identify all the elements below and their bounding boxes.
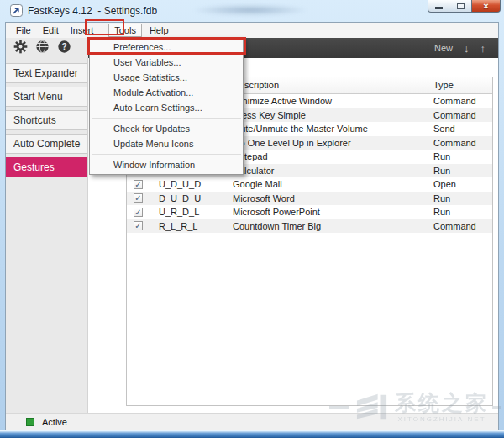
gesture-type: Run xyxy=(433,205,450,219)
gesture-type: Run xyxy=(433,150,450,164)
sidebar-item-auto-complete[interactable]: Auto Complete xyxy=(6,134,87,154)
gesture-type: Command xyxy=(433,108,476,123)
quick-toolbar: ? xyxy=(6,38,88,58)
table-row[interactable]: R_L_R_L Countdown Timer Big Command xyxy=(127,219,492,234)
gesture-pattern: U_R_D_L xyxy=(159,205,230,219)
watermark-subtitle: XITONGZHIJIA.NET xyxy=(397,415,486,423)
sidebar-item-start-menu[interactable]: Start Menu xyxy=(6,87,87,107)
move-up-icon[interactable]: ↑ xyxy=(480,42,486,55)
watermark-title: 系统之家 xyxy=(395,392,489,414)
sidebar: Text Expander Start Menu Shortcuts Auto … xyxy=(6,58,88,413)
minimize-button[interactable] xyxy=(428,0,449,13)
help-icon[interactable]: ? xyxy=(57,40,71,57)
taskbar-edge[interactable] xyxy=(0,430,504,438)
maximize-icon xyxy=(457,3,465,9)
gesture-description: Calculator xyxy=(233,164,489,178)
watermark: 系统之家 XITONGZHIJIA.NET xyxy=(329,391,501,423)
menu-item-update-menu-icons[interactable]: Update Menu Icons xyxy=(90,136,243,151)
new-button[interactable]: New xyxy=(434,43,453,53)
gear-icon[interactable] xyxy=(13,40,28,57)
svg-text:?: ? xyxy=(61,42,66,51)
menu-file[interactable]: File xyxy=(10,24,37,36)
menu-separator xyxy=(92,118,241,119)
sidebar-item-gestures[interactable]: Gestures xyxy=(6,157,87,177)
window-title: FastKeys 4.12 - Settings.fdb xyxy=(28,5,157,17)
table-row[interactable]: D_U_D_U Microsoft Word Run xyxy=(127,192,492,206)
annotation-box-preferences xyxy=(87,37,246,55)
minimize-icon xyxy=(435,7,443,9)
gesture-type: Command xyxy=(433,219,476,234)
annotation-box-tools xyxy=(85,19,124,35)
move-down-icon[interactable]: ↓ xyxy=(464,42,470,55)
menu-item-user-variables[interactable]: User Variables... xyxy=(90,55,243,70)
row-checkbox[interactable] xyxy=(134,180,143,189)
gesture-type: Run xyxy=(433,192,450,206)
column-separator xyxy=(428,79,428,92)
gesture-pattern: U_D_U_D xyxy=(159,177,230,192)
menu-item-check-for-updates[interactable]: Check for Updates xyxy=(90,121,243,136)
header-type[interactable]: Type xyxy=(433,80,454,90)
globe-icon[interactable] xyxy=(35,40,50,57)
watermark-text: 系统之家 XITONGZHIJIA.NET xyxy=(395,392,489,423)
screenshot-root: FastKeys 4.12 - Settings.fdb × File Edit… xyxy=(0,0,504,438)
menu-item-usage-statistics[interactable]: Usage Statistics... xyxy=(90,70,243,85)
maximize-button[interactable] xyxy=(449,0,471,13)
gesture-pattern: R_L_R_L xyxy=(159,219,230,234)
app-window: File Edit Insert Tools Help xyxy=(5,22,499,430)
gesture-type: Run xyxy=(433,164,450,178)
gesture-type: Command xyxy=(433,94,476,108)
row-checkbox[interactable] xyxy=(134,193,143,203)
row-checkbox[interactable] xyxy=(134,221,143,230)
tools-dropdown-menu: Preferences... User Variables... Usage S… xyxy=(89,37,244,175)
table-row[interactable]: U_D_U_D Google Mail Open xyxy=(127,177,492,192)
menu-help[interactable]: Help xyxy=(144,24,175,36)
menu-edit[interactable]: Edit xyxy=(37,24,65,36)
active-status-icon xyxy=(26,418,34,426)
menu-separator xyxy=(92,154,241,155)
watermark-logo-icon xyxy=(354,391,391,423)
table-row[interactable]: U_R_D_L Microsoft PowerPoint Run xyxy=(127,205,492,219)
close-icon: × xyxy=(483,1,488,11)
gesture-description: Microsoft Word xyxy=(233,192,489,206)
window-controls: × xyxy=(428,0,501,13)
menu-item-window-information[interactable]: Window Information xyxy=(90,157,243,172)
title-bar[interactable]: FastKeys 4.12 - Settings.fdb × xyxy=(0,0,504,22)
menu-item-module-activation[interactable]: Module Activation... xyxy=(90,85,243,100)
menu-bar: File Edit Insert Tools Help xyxy=(6,23,498,38)
app-icon xyxy=(10,4,23,20)
close-button[interactable]: × xyxy=(471,0,501,13)
gesture-pattern: D_U_D_U xyxy=(159,192,230,206)
sidebar-item-shortcuts[interactable]: Shortcuts xyxy=(6,110,87,130)
active-status-label: Active xyxy=(42,417,67,427)
sidebar-item-text-expander[interactable]: Text Expander xyxy=(6,63,87,83)
gesture-description: Microsoft PowerPoint xyxy=(233,205,489,219)
gesture-type: Command xyxy=(433,136,476,150)
row-checkbox[interactable] xyxy=(134,208,143,217)
menu-item-auto-learn-settings[interactable]: Auto Learn Settings... xyxy=(90,100,243,115)
gesture-description: Notepad xyxy=(233,150,489,164)
gesture-type: Open xyxy=(433,177,456,192)
gesture-type: Send xyxy=(433,122,455,136)
